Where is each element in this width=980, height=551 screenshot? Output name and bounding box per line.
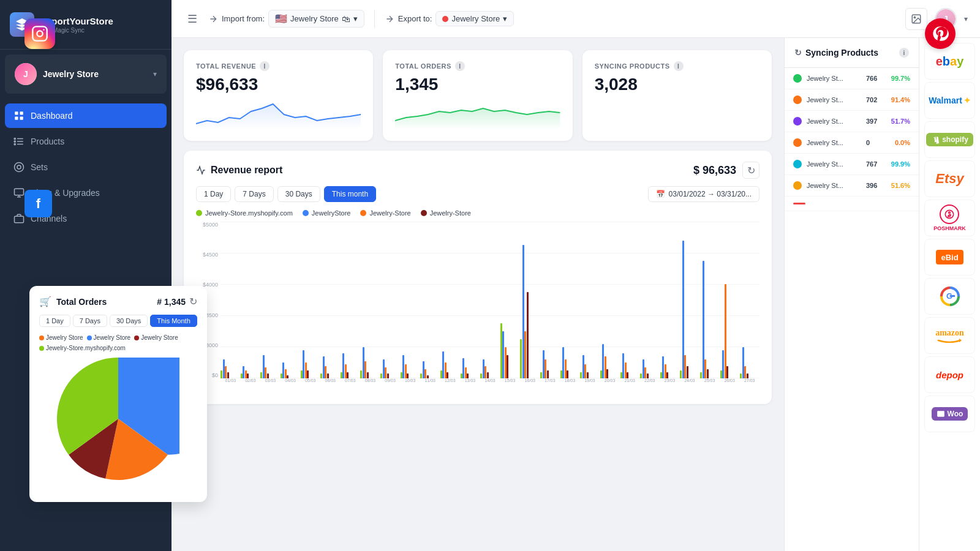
poshmark-channel-button[interactable]: POSHMARK <box>924 200 975 236</box>
store-chevron-icon: ▾ <box>153 70 157 78</box>
syncing-products-label: SYNCING PRODUCTS i <box>595 61 760 71</box>
pinterest-icon[interactable] <box>925 18 956 49</box>
bar-3-1 <box>282 362 284 378</box>
bar-2-2 <box>265 367 266 378</box>
to-legend-dot-4 <box>39 346 44 351</box>
x-label-12: 13/03 <box>460 378 480 393</box>
x-label-21: 22/03 <box>639 378 660 393</box>
revenue-refresh-button[interactable]: ↻ <box>742 162 760 179</box>
bar-group-5 <box>320 356 340 378</box>
bar-group-20 <box>620 353 640 378</box>
image-upload-button[interactable] <box>905 8 927 30</box>
to-count: # 1,345 <box>157 297 186 307</box>
topbar: ☰ Import from: 🇺🇸 Jewelry Store 🛍 ▾ Expo… <box>172 0 980 38</box>
amazon-channel-button[interactable]: amazon <box>924 317 975 354</box>
sidebar-item-sets[interactable]: Sets <box>5 155 167 179</box>
svg-rect-23 <box>950 295 955 297</box>
bar-15-0 <box>520 339 522 378</box>
syncing-info-icon[interactable]: i <box>899 48 909 58</box>
legend-dot-4 <box>421 210 427 216</box>
sync-pct-4: 99.9% <box>888 160 910 168</box>
svg-point-2 <box>43 29 44 30</box>
bar-group-19 <box>600 344 620 378</box>
import-store-badge[interactable]: 🇺🇸 Jewelry Store 🛍 ▾ <box>268 10 364 28</box>
total-revenue-label: TOTAL REVENUE i <box>196 61 361 71</box>
poshmark-icon <box>940 204 959 224</box>
user-menu-chevron[interactable]: ▾ <box>964 15 968 23</box>
instagram-icon[interactable] <box>24 18 55 49</box>
export-label: Export to: <box>398 14 432 23</box>
bar-group-7 <box>360 347 380 378</box>
bar-group-1 <box>241 366 260 378</box>
to-filter-30days[interactable]: 30 Days <box>110 315 148 327</box>
filter-30days-button[interactable]: 30 Days <box>277 186 320 202</box>
bar-group-4 <box>301 350 320 378</box>
chart-bars <box>221 222 760 378</box>
bar-group-15 <box>520 245 540 378</box>
etsy-channel-button[interactable]: Etsy <box>924 160 975 197</box>
bar-16-3 <box>547 370 549 378</box>
sync-row-0: Jewelry St... 766 99.7% <box>785 68 919 89</box>
ebay-channel-button[interactable]: ebay <box>924 43 975 80</box>
sidebar-item-dashboard[interactable]: Dashboard <box>5 103 167 128</box>
to-filter-thismonth[interactable]: This Month <box>150 315 197 327</box>
bar-19-3 <box>606 369 608 378</box>
y-label-4500: $4500 <box>203 252 218 258</box>
store-selector[interactable]: J Jewelry Store ▾ <box>5 54 167 94</box>
legend-item-2: JewelryStore <box>303 209 351 217</box>
store-avatar: J <box>15 63 37 85</box>
shopify-logo: shopify <box>926 133 973 146</box>
bar-group-25 <box>720 284 740 378</box>
legend-item-4: Jewelry-Store <box>421 209 471 217</box>
woo-logo: Woo <box>932 407 968 421</box>
shopify-channel-button[interactable]: shopify <box>924 121 975 158</box>
total-revenue-info[interactable]: i <box>260 61 270 71</box>
filter-7days-button[interactable]: 7 Days <box>235 186 273 202</box>
filter-1day-button[interactable]: 1 Day <box>196 186 231 202</box>
facebook-icon[interactable]: f <box>24 190 52 217</box>
syncing-products-info[interactable]: i <box>674 61 684 71</box>
bar-18-0 <box>580 372 582 378</box>
bar-group-16 <box>540 350 560 378</box>
to-legend-dot-3 <box>134 335 139 340</box>
to-legend-item-1: Jewelry Store <box>39 334 83 341</box>
filter-thismonth-button[interactable]: This month <box>324 186 376 202</box>
sync-pct-3: 0.0% <box>888 139 910 146</box>
sync-row-5: Jewelry St... 396 51.6% <box>785 175 919 197</box>
google-channel-button[interactable]: G <box>924 278 975 315</box>
bar-1-3 <box>247 373 249 378</box>
bar-21-2 <box>644 367 646 378</box>
export-icon <box>385 14 394 24</box>
export-store-badge[interactable]: Jewelry Store ▾ <box>435 11 514 26</box>
bar-20-3 <box>627 372 628 378</box>
to-filter-1day[interactable]: 1 Day <box>39 315 70 327</box>
depop-channel-button[interactable]: depop <box>924 356 975 393</box>
woo-channel-button[interactable]: Woo <box>924 395 975 432</box>
ebid-channel-button[interactable]: eBid <box>924 239 975 276</box>
sync-count-2: 397 <box>866 118 883 125</box>
svg-rect-3 <box>15 111 18 114</box>
date-range-picker[interactable]: 📅 03/01/2022 → 03/31/20... <box>648 186 760 202</box>
walmart-channel-button[interactable]: Walmart✦ <box>924 82 975 119</box>
bar-18-2 <box>584 364 586 378</box>
sync-pct-5: 51.6% <box>888 182 910 189</box>
sidebar-item-products[interactable]: Products <box>5 129 167 154</box>
sync-dot-3 <box>793 138 802 147</box>
time-filters: 1 Day 7 Days 30 Days This month 📅 03/01/… <box>196 186 760 202</box>
bar-11-3 <box>447 372 448 378</box>
to-refresh-button[interactable]: ↻ <box>189 296 197 307</box>
to-filter-7days[interactable]: 7 Days <box>73 315 107 327</box>
x-label-0: 01/03 <box>221 378 241 393</box>
hamburger-icon[interactable]: ☰ <box>184 9 201 29</box>
bar-15-3 <box>527 292 529 378</box>
svg-point-11 <box>14 141 15 142</box>
total-orders-floating-card: 🛒 Total Orders # 1,345 ↻ 1 Day 7 Days 30… <box>29 286 207 502</box>
x-label-20: 21/03 <box>620 378 640 393</box>
main-content: ☰ Import from: 🇺🇸 Jewelry Store 🛍 ▾ Expo… <box>172 0 980 551</box>
bar-13-3 <box>487 372 489 378</box>
pie-chart <box>51 358 186 492</box>
total-orders-info[interactable]: i <box>455 61 465 71</box>
bar-23-3 <box>687 366 688 378</box>
sync-dot-1 <box>793 96 802 104</box>
sync-row-1: Jewelry St... 702 91.4% <box>785 89 919 111</box>
